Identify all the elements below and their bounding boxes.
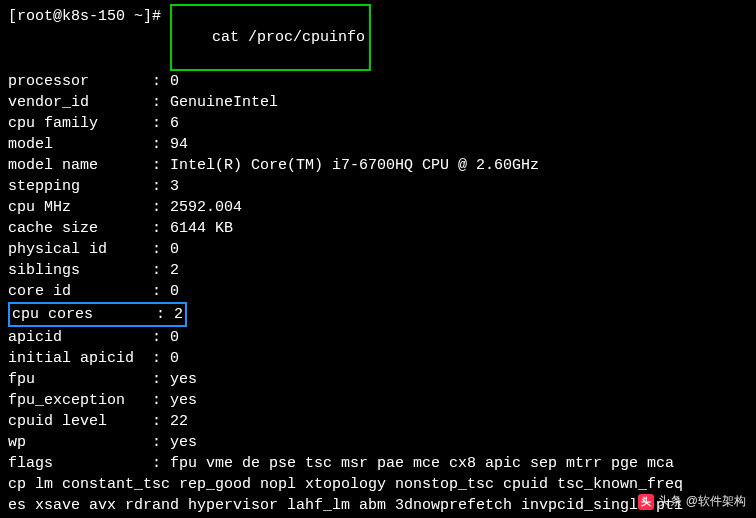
highlight-box: cpu cores : 2: [8, 302, 187, 327]
cpuinfo-value: 0: [170, 348, 179, 369]
separator: :: [143, 176, 170, 197]
cpuinfo-row: physical id : 0: [8, 239, 748, 260]
cpuinfo-value: 22: [170, 411, 188, 432]
cpuinfo-value: Intel(R) Core(TM) i7-6700HQ CPU @ 2.60GH…: [170, 155, 539, 176]
separator: :: [147, 304, 174, 325]
cpuinfo-key: initial apicid: [8, 348, 143, 369]
separator: :: [143, 197, 170, 218]
separator: :: [143, 348, 170, 369]
cpuinfo-row: cache size : 6144 KB: [8, 218, 748, 239]
flags-line: cp lm constant_tsc rep_good nopl xtopolo…: [8, 474, 683, 495]
cpuinfo-key: apicid: [8, 327, 143, 348]
watermark-text: 头条 @软件架构: [658, 493, 746, 510]
cpuinfo-value: yes: [170, 432, 197, 453]
separator: :: [143, 218, 170, 239]
cpuinfo-key: siblings: [8, 260, 143, 281]
cpuinfo-row: apicid : 0: [8, 327, 748, 348]
cpuinfo-key: core id: [8, 281, 143, 302]
cpuinfo-key: fpu_exception: [8, 390, 143, 411]
cpuinfo-row: fpu : yes: [8, 369, 748, 390]
separator: :: [143, 155, 170, 176]
separator: :: [143, 432, 170, 453]
separator: :: [143, 71, 170, 92]
cpuinfo-row: stepping : 3: [8, 176, 748, 197]
cpuinfo-key: physical id: [8, 239, 143, 260]
separator: :: [143, 92, 170, 113]
flags-line: flags : fpu vme de pse tsc msr pae mce c…: [8, 453, 683, 474]
separator: :: [143, 239, 170, 260]
cpuinfo-row: fpu_exception : yes: [8, 390, 748, 411]
cpuinfo-row: wp : yes: [8, 432, 748, 453]
cpuinfo-row: siblings : 2: [8, 260, 748, 281]
cpuinfo-value: 0: [170, 71, 179, 92]
cpuinfo-value: 0: [170, 327, 179, 348]
cpuinfo-value: yes: [170, 369, 197, 390]
cpuinfo-key: stepping: [8, 176, 143, 197]
cpuinfo-value: 2592.004: [170, 197, 242, 218]
cpuinfo-key: wp: [8, 432, 143, 453]
cpuinfo-key: cpu family: [8, 113, 143, 134]
cpuinfo-key: cpu cores: [12, 304, 147, 325]
cpuinfo-value: 3: [170, 176, 179, 197]
cpuinfo-value: 6: [170, 113, 179, 134]
cpuinfo-row: cpu family : 6: [8, 113, 748, 134]
separator: :: [143, 390, 170, 411]
cpuinfo-value: 94: [170, 134, 188, 155]
cpuinfo-row: processor : 0: [8, 71, 748, 92]
watermark: 头 头条 @软件架构: [638, 493, 746, 510]
separator: :: [143, 369, 170, 390]
command-highlight-box: cat /proc/cpuinfo: [170, 4, 371, 71]
cpuinfo-row: cpu MHz : 2592.004: [8, 197, 748, 218]
separator: :: [143, 113, 170, 134]
cpuinfo-key: cpuid level: [8, 411, 143, 432]
cpuinfo-key: cpu MHz: [8, 197, 143, 218]
cpuinfo-row: cpu cores : 2: [8, 302, 748, 327]
cpuinfo-row: model name : Intel(R) Core(TM) i7-6700HQ…: [8, 155, 748, 176]
separator: :: [143, 327, 170, 348]
cpuinfo-key: vendor_id: [8, 92, 143, 113]
separator: :: [143, 134, 170, 155]
flags-block: flags : fpu vme de pse tsc msr pae mce c…: [8, 453, 748, 516]
cpuinfo-row: model : 94: [8, 134, 748, 155]
cpuinfo-key: model: [8, 134, 143, 155]
cpuinfo-value: yes: [170, 390, 197, 411]
cpuinfo-row: vendor_id : GenuineIntel: [8, 92, 748, 113]
cpuinfo-key: processor: [8, 71, 143, 92]
separator: :: [143, 411, 170, 432]
cpuinfo-value: 2: [170, 260, 179, 281]
cpuinfo-value: GenuineIntel: [170, 92, 278, 113]
cpuinfo-key: fpu: [8, 369, 143, 390]
shell-prompt: [root@k8s-150 ~]#: [8, 6, 170, 27]
cpuinfo-key: cache size: [8, 218, 143, 239]
cpuinfo-value: 2: [174, 304, 183, 325]
cpuinfo-row: initial apicid : 0: [8, 348, 748, 369]
cpuinfo-key: model name: [8, 155, 143, 176]
cpuinfo-value: 0: [170, 239, 179, 260]
separator: :: [143, 260, 170, 281]
cpuinfo-row: cpuid level : 22: [8, 411, 748, 432]
separator: :: [143, 281, 170, 302]
cpuinfo-row: core id : 0: [8, 281, 748, 302]
prompt-line: [root@k8s-150 ~]# cat /proc/cpuinfo: [8, 4, 748, 71]
cpuinfo-value: 0: [170, 281, 179, 302]
cpuinfo-output: processor : 0vendor_id : GenuineIntelcpu…: [8, 71, 748, 453]
cpuinfo-value: 6144 KB: [170, 218, 233, 239]
flags-line: es xsave avx rdrand hypervisor lahf_lm a…: [8, 495, 683, 516]
command-text: cat /proc/cpuinfo: [212, 29, 365, 46]
watermark-icon: 头: [638, 494, 654, 510]
